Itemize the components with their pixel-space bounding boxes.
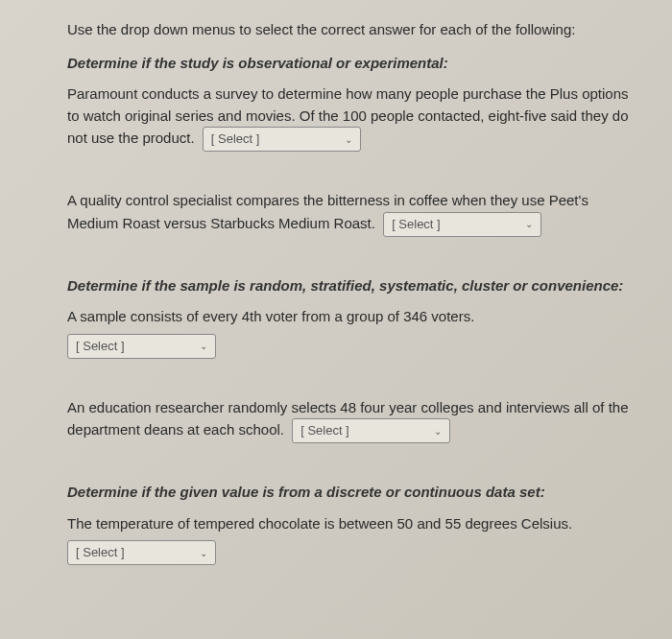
question-3-text: A sample consists of every 4th voter fro… xyxy=(67,308,474,324)
question-5-text: The temperature of tempered chocolate is… xyxy=(67,515,572,532)
section2-heading: Determine if the sample is random, strat… xyxy=(67,275,643,297)
section1-heading: Determine if the study is observational … xyxy=(67,53,643,75)
chevron-down-icon: ⌄ xyxy=(345,132,352,147)
question-3: A sample consists of every 4th voter fro… xyxy=(67,306,643,359)
chevron-down-icon: ⌄ xyxy=(434,424,442,438)
intro-text: Use the drop down menus to select the co… xyxy=(67,19,643,41)
select-dropdown-2[interactable]: [ Select ] ⌄ xyxy=(383,212,541,237)
select-label: [ Select ] xyxy=(392,215,441,234)
chevron-down-icon: ⌄ xyxy=(200,339,207,353)
select-dropdown-4[interactable]: [ Select ] ⌄ xyxy=(292,418,450,443)
select-dropdown-5[interactable]: [ Select ] ⌄ xyxy=(67,540,216,565)
select-dropdown-1[interactable]: [ Select ] ⌄ xyxy=(203,127,361,152)
select-label: [ Select ] xyxy=(76,543,125,562)
select-label: [ Select ] xyxy=(76,337,125,356)
question-4: An education researcher randomly selects… xyxy=(67,397,643,444)
select-label: [ Select ] xyxy=(211,130,260,149)
section3-heading: Determine if the given value is from a d… xyxy=(67,482,643,504)
question-5: The temperature of tempered chocolate is… xyxy=(67,513,643,566)
select-label: [ Select ] xyxy=(300,421,349,440)
question-1: Paramount conducts a survey to determine… xyxy=(67,83,643,152)
chevron-down-icon: ⌄ xyxy=(525,217,533,231)
question-2: A quality control specialist compares th… xyxy=(67,190,643,237)
select-dropdown-3[interactable]: [ Select ] ⌄ xyxy=(67,334,216,359)
chevron-down-icon: ⌄ xyxy=(200,546,207,560)
